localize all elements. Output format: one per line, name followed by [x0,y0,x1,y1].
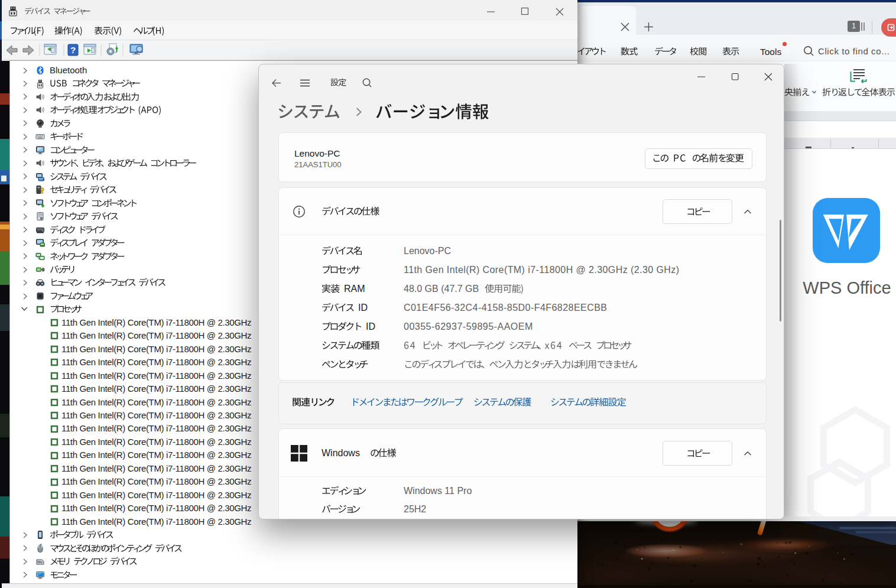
svg-text:?: ? [70,45,76,55]
